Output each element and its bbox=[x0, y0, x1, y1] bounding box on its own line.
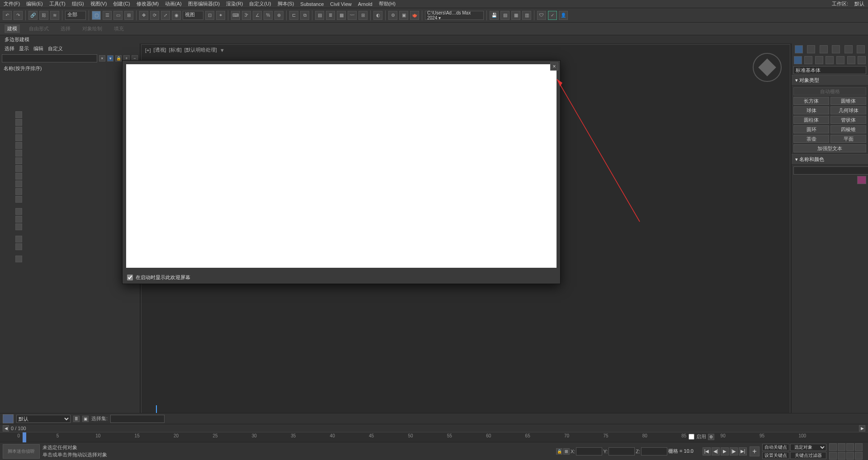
undo-button[interactable]: ↶ bbox=[3, 11, 12, 20]
menu-create[interactable]: 创建(C) bbox=[113, 0, 130, 7]
show-at-startup-checkbox[interactable] bbox=[127, 275, 133, 280]
scene-tab-custom[interactable]: 自定义 bbox=[48, 45, 63, 52]
auto-key-button[interactable]: 自动关键点 bbox=[762, 444, 789, 451]
menu-tools[interactable]: 工具(T) bbox=[49, 0, 66, 7]
clear-search-icon[interactable]: × bbox=[99, 55, 105, 62]
goto-end-button[interactable]: ▶| bbox=[739, 447, 747, 455]
filter-frozen-icon[interactable] bbox=[15, 196, 22, 203]
workspace-dropdown[interactable]: 默认 bbox=[854, 0, 864, 7]
security-tools-button[interactable]: 🛡 bbox=[537, 11, 546, 20]
cameras-category-icon[interactable] bbox=[826, 56, 834, 64]
filter-lights-icon[interactable] bbox=[15, 134, 22, 141]
motion-panel-tab[interactable] bbox=[832, 45, 840, 53]
create-panel-tab[interactable] bbox=[795, 45, 803, 53]
close-button[interactable]: × bbox=[550, 62, 558, 71]
coord-mode-icon[interactable]: ⊞ bbox=[563, 448, 570, 455]
find-case-icon[interactable] bbox=[15, 256, 22, 262]
render-frame-button[interactable]: ▣ bbox=[399, 11, 408, 20]
trusted-button[interactable]: ✓ bbox=[548, 11, 557, 20]
viewcube[interactable] bbox=[753, 53, 782, 82]
ribbon-tab-modeling[interactable]: 建模 bbox=[5, 24, 20, 33]
ref-coord-select[interactable]: 视图 bbox=[183, 11, 203, 20]
ribbon-tab-object-paint[interactable]: 对象绘制 bbox=[80, 24, 105, 33]
material-editor-button[interactable]: ◐ bbox=[373, 11, 382, 20]
select-object-button[interactable]: ▢ bbox=[92, 11, 101, 20]
menu-edit[interactable]: 编辑(E) bbox=[26, 0, 43, 7]
selection-filter-select[interactable]: 全部 bbox=[65, 11, 86, 20]
manipulate-button[interactable]: ✦ bbox=[216, 11, 225, 20]
keyboard-shortcut-button[interactable]: ⌨ bbox=[231, 11, 240, 20]
menu-anim[interactable]: 动画(A) bbox=[165, 0, 182, 7]
window-crossing-button[interactable]: ⊞ bbox=[124, 11, 133, 20]
snap-toggle-button[interactable]: 3ʳ bbox=[242, 11, 251, 20]
key-filters-button[interactable]: 关键点过滤器 bbox=[790, 452, 826, 459]
object-name-input[interactable] bbox=[793, 166, 868, 175]
menu-arnold[interactable]: Arnold bbox=[358, 1, 373, 7]
script-listener[interactable]: 脚本迷你侦听 bbox=[3, 444, 40, 459]
tube-button[interactable]: 管状体 bbox=[830, 116, 866, 124]
geometry-category-icon[interactable] bbox=[794, 56, 802, 64]
menu-file[interactable]: 文件(F) bbox=[4, 0, 20, 7]
mirror-button[interactable]: ⧉ bbox=[300, 11, 309, 20]
percent-snap-button[interactable]: % bbox=[264, 11, 273, 20]
menu-script[interactable]: 脚本(S) bbox=[278, 0, 294, 7]
box-button[interactable]: 长方体 bbox=[793, 97, 829, 105]
named-sel-button[interactable]: ⊏ bbox=[289, 11, 298, 20]
autosave-button[interactable]: 💾 bbox=[490, 11, 499, 20]
viewport-filter-icon[interactable]: ▼ bbox=[220, 47, 225, 53]
menu-graph[interactable]: 图形编辑器(D) bbox=[188, 0, 220, 7]
filter-groups-icon[interactable] bbox=[15, 165, 22, 172]
goto-start-button[interactable]: |◀ bbox=[703, 447, 711, 455]
torus-button[interactable]: 圆环 bbox=[793, 125, 829, 133]
material-select[interactable]: 默认 bbox=[16, 415, 71, 423]
next-frame-button[interactable]: |▶ bbox=[730, 447, 738, 455]
ribbon-tab-freeform[interactable]: 自由形式 bbox=[26, 24, 52, 33]
lock-icon[interactable]: 🔒 bbox=[115, 55, 122, 62]
menu-group[interactable]: 组(G) bbox=[72, 0, 84, 7]
crease-explorer-button[interactable]: ▥ bbox=[522, 11, 531, 20]
select-region-button[interactable]: ▭ bbox=[113, 11, 123, 20]
prev-frame-button[interactable]: ◀| bbox=[712, 447, 720, 455]
link-button[interactable]: 🔗 bbox=[28, 11, 38, 20]
geosphere-button[interactable]: 几何球体 bbox=[830, 106, 866, 114]
align-button[interactable]: ▤ bbox=[315, 11, 324, 20]
material-layer-icon[interactable]: ≣ bbox=[73, 416, 80, 422]
filter-spacewarps-icon[interactable] bbox=[15, 157, 22, 164]
teapot-button[interactable]: 茶壶 bbox=[793, 135, 829, 143]
schematic-view-button[interactable]: ⊞ bbox=[359, 11, 368, 20]
max-toggle-icon[interactable] bbox=[855, 452, 863, 460]
orbit-icon[interactable] bbox=[846, 452, 854, 460]
filter-cameras-icon[interactable] bbox=[15, 142, 22, 149]
object-color-swatch[interactable] bbox=[857, 176, 866, 184]
set-key-button[interactable]: 设置关键点 bbox=[762, 452, 789, 459]
render-setup-button[interactable]: ⚙ bbox=[388, 11, 397, 20]
fov-icon[interactable] bbox=[829, 452, 837, 460]
coord-z-input[interactable] bbox=[641, 447, 667, 455]
scene-tab-select[interactable]: 选择 bbox=[5, 45, 14, 52]
scale-button[interactable]: ⤢ bbox=[161, 11, 170, 20]
scene-column-header[interactable]: 名称(按升序排序) bbox=[4, 65, 42, 72]
primitive-category-select[interactable]: 标准基本体 bbox=[793, 66, 866, 74]
display-all-icon[interactable] bbox=[15, 208, 22, 215]
menu-help[interactable]: 帮助(H) bbox=[379, 0, 396, 7]
filter-shapes-icon[interactable] bbox=[15, 127, 22, 133]
zoom-icon[interactable] bbox=[829, 443, 837, 451]
angle-snap-button[interactable]: ∠ bbox=[253, 11, 262, 20]
filter-bones-icon[interactable] bbox=[15, 180, 22, 187]
menu-view[interactable]: 视图(V) bbox=[90, 0, 107, 7]
spacewarps-category-icon[interactable] bbox=[847, 56, 855, 64]
ribbon-tab-selection[interactable]: 选择 bbox=[58, 24, 73, 33]
sphere-button[interactable]: 球体 bbox=[793, 106, 829, 114]
cone-button[interactable]: 圆锥体 bbox=[830, 97, 866, 105]
time-ruler[interactable]: 0 5 10 15 20 25 30 35 40 45 50 55 60 65 … bbox=[0, 432, 868, 442]
viewport-quality-label[interactable]: [默认明暗处理] bbox=[184, 47, 217, 53]
ribbon-tab-populate[interactable]: 填充 bbox=[111, 24, 127, 33]
pivot-button[interactable]: ⊡ bbox=[205, 11, 214, 20]
frame-next-button[interactable]: ▶ bbox=[859, 425, 865, 432]
zoom-extents-all-icon[interactable] bbox=[855, 443, 863, 451]
name-color-rollout-header[interactable]: ▾ 名称和颜色 bbox=[792, 154, 868, 165]
account-button[interactable]: 👤 bbox=[559, 11, 568, 20]
coord-x-input[interactable] bbox=[576, 447, 602, 455]
menu-custom[interactable]: 自定义(U) bbox=[249, 0, 271, 7]
filter-containers-icon[interactable] bbox=[15, 188, 22, 195]
